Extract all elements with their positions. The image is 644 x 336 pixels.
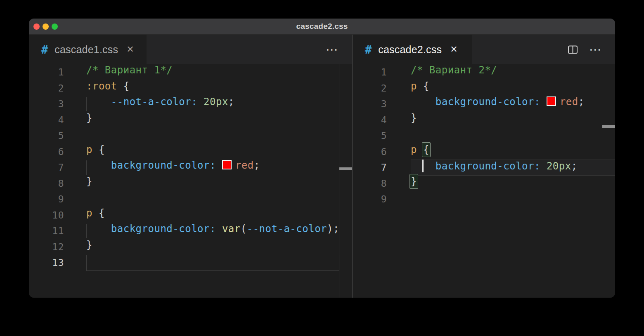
bracket-match: { [422, 143, 430, 157]
editor-cascade1-css[interactable]: 1/* Вариант 1*/2:root {3 --not-a-color: … [29, 64, 352, 298]
code-tokens: background-color: red; [86, 160, 260, 171]
line-number[interactable]: 13 [29, 257, 86, 268]
line-number[interactable]: 8 [353, 178, 411, 189]
code-line[interactable]: 11 background-color: var(--not-a-color); [29, 223, 352, 239]
code-line[interactable]: 12} [29, 239, 352, 255]
code-line-content[interactable]: } [411, 176, 615, 192]
tab-cascade1-css[interactable]: # cascade1.css ✕ [29, 35, 147, 64]
color-swatch-red[interactable] [547, 96, 556, 106]
code-token: p [86, 144, 92, 155]
line-number[interactable]: 12 [29, 242, 86, 252]
code-token: background-color [436, 160, 534, 172]
code-tokens: } [86, 239, 92, 251]
code-line[interactable]: 4} [353, 112, 615, 128]
code-line[interactable]: 8} [353, 176, 615, 192]
line-number[interactable]: 3 [353, 99, 411, 109]
code-line[interactable]: 7 background-color: 20px; [353, 160, 615, 176]
split-editor-icon[interactable] [567, 44, 578, 55]
code-line-content[interactable]: /* Вариант 2*/ [411, 64, 615, 80]
code-line[interactable]: 9 [29, 191, 352, 207]
code-token [86, 160, 111, 171]
code-line[interactable]: 7 background-color: red; [29, 160, 352, 176]
line-number[interactable]: 2 [353, 83, 411, 94]
line-number[interactable]: 7 [29, 162, 86, 173]
code-line[interactable]: 1/* Вариант 2*/ [353, 64, 615, 80]
close-tab-icon[interactable]: ✕ [126, 44, 134, 55]
code-token: ; [228, 96, 234, 108]
code-line-content[interactable]: background-color: red; [411, 96, 615, 112]
line-number[interactable]: 1 [29, 67, 86, 78]
code-token [411, 96, 436, 108]
code-line-content[interactable]: background-color: 20px; [411, 160, 615, 176]
close-tab-icon[interactable]: ✕ [450, 44, 457, 55]
code-line-content[interactable]: /* Вариант 1*/ [86, 64, 352, 80]
line-number[interactable]: 8 [29, 178, 86, 189]
line-number[interactable]: 10 [29, 210, 86, 221]
tab-actions-right: ⋯ [567, 35, 615, 64]
code-line-content[interactable] [86, 255, 352, 271]
code-line-content[interactable]: --not-a-color: 20px; [86, 96, 352, 112]
code-tokens: } [86, 176, 92, 187]
code-line[interactable]: 6p { [353, 144, 615, 160]
code-tokens: p { [86, 144, 105, 155]
code-line-content[interactable] [86, 191, 352, 207]
code-token: } [411, 112, 417, 124]
line-number[interactable]: 6 [29, 146, 86, 157]
titlebar[interactable]: cascade2.css [29, 19, 615, 35]
code-line[interactable]: 5 [29, 128, 352, 144]
code-tokens: --not-a-color: 20px; [86, 96, 234, 108]
line-number[interactable]: 4 [29, 115, 86, 125]
code-line-content[interactable] [411, 191, 615, 207]
tabstrip-empty-space [147, 35, 326, 64]
code-line[interactable]: 4} [29, 112, 352, 128]
line-number[interactable]: 5 [29, 130, 86, 141]
code-line-content[interactable]: } [411, 112, 615, 128]
code-line-content[interactable] [411, 128, 615, 144]
code-line-content[interactable]: p { [411, 80, 615, 96]
tab-cascade2-css[interactable]: # cascade2.css ✕ [353, 35, 472, 64]
color-swatch-red[interactable] [222, 160, 232, 169]
code-tokens: } [86, 112, 92, 124]
css-file-icon: # [41, 43, 48, 56]
line-number[interactable]: 2 [29, 83, 86, 94]
code-line-content[interactable]: p { [411, 144, 615, 160]
code-tokens: p { [411, 80, 429, 92]
code-token: var [222, 223, 241, 235]
line-number[interactable]: 11 [29, 226, 86, 236]
code-line-content[interactable]: background-color: red; [86, 160, 352, 176]
line-number[interactable]: 6 [353, 146, 411, 157]
line-number[interactable]: 3 [29, 99, 86, 109]
code-token: } [86, 176, 92, 187]
code-line[interactable]: 2:root { [29, 80, 352, 96]
code-line-content[interactable]: :root { [86, 80, 352, 96]
bracket-match: } [410, 174, 418, 188]
line-number[interactable]: 4 [353, 115, 411, 125]
code-line[interactable]: 3 --not-a-color: 20px; [29, 96, 352, 112]
code-line-content[interactable] [86, 128, 352, 144]
code-line-content[interactable]: background-color: var(--not-a-color); [86, 223, 352, 239]
code-line[interactable]: 6p { [29, 144, 352, 160]
code-token: { [92, 144, 105, 155]
line-number[interactable]: 5 [353, 130, 411, 141]
code-line[interactable]: 10p { [29, 207, 352, 223]
code-token: background-color [111, 160, 210, 171]
code-line-content[interactable]: } [86, 239, 352, 255]
code-line[interactable]: 8} [29, 176, 352, 192]
code-line[interactable]: 13 [29, 255, 352, 271]
code-token: background-color [111, 223, 210, 235]
line-number[interactable]: 1 [353, 67, 411, 78]
line-number[interactable]: 9 [353, 194, 411, 204]
line-number[interactable]: 9 [29, 194, 86, 204]
code-line[interactable]: 5 [353, 128, 615, 144]
code-line[interactable]: 9 [353, 191, 615, 207]
code-line-content[interactable]: p { [86, 144, 352, 160]
code-line-content[interactable]: p { [86, 207, 352, 223]
code-line[interactable]: 3 background-color: red; [353, 96, 615, 112]
code-line[interactable]: 1/* Вариант 1*/ [29, 64, 352, 80]
code-token: : [534, 96, 547, 108]
code-line-content[interactable]: } [86, 176, 352, 192]
code-line-content[interactable]: } [86, 112, 352, 128]
code-line[interactable]: 2p { [353, 80, 615, 96]
line-number[interactable]: 7 [353, 162, 411, 173]
editor-cascade2-css[interactable]: 1/* Вариант 2*/2p {3 background-color: r… [353, 64, 615, 298]
